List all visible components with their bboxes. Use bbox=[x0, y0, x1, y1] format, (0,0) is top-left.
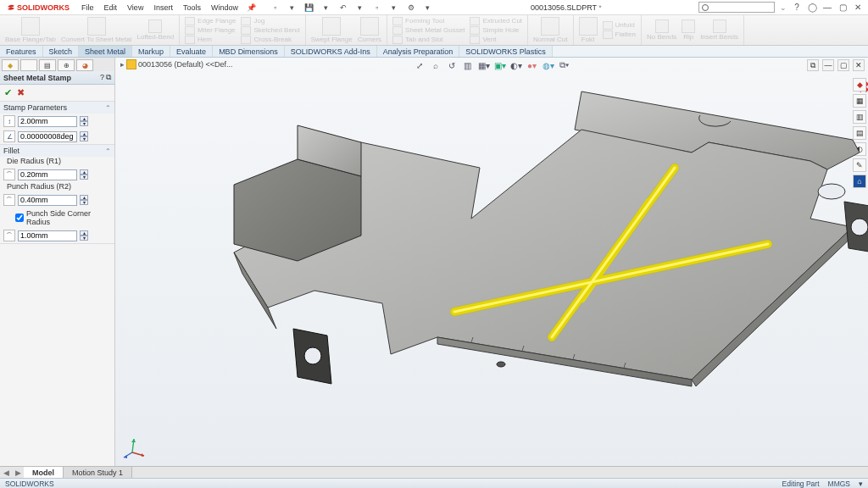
search-input[interactable] bbox=[711, 3, 762, 11]
zoom-area-icon[interactable]: ⌕ bbox=[430, 59, 442, 71]
cmd-tab-slot[interactable]: Tab and Slot bbox=[392, 36, 465, 44]
cmd-no-bends[interactable]: No Bends bbox=[647, 19, 676, 41]
vp-max-icon[interactable]: ▢ bbox=[837, 59, 849, 71]
cmd-edge-flange[interactable]: Edge Flange bbox=[185, 17, 236, 25]
cmd-jog[interactable]: Jog bbox=[241, 17, 299, 25]
zoom-fit-icon[interactable]: ⤢ bbox=[414, 59, 426, 71]
search-box[interactable] bbox=[698, 2, 775, 13]
section-view-icon[interactable]: ▥ bbox=[462, 59, 474, 71]
property-manager-icon[interactable] bbox=[20, 59, 37, 71]
tab-features[interactable]: Features bbox=[0, 46, 43, 57]
corner-radius-checkbox[interactable] bbox=[15, 214, 24, 222]
cmd-simple-hole[interactable]: Simple Hole bbox=[470, 26, 522, 35]
cmd-lofted-bend[interactable]: Lofted-Bend bbox=[137, 19, 175, 41]
cmd-convert-sheet-metal[interactable]: Convert To Sheet Metal bbox=[61, 17, 131, 43]
feature-tree-flyout[interactable]: ▸ 00013056 (Default) <<Def... bbox=[120, 59, 233, 69]
qat-more-icon[interactable]: ▾ bbox=[422, 2, 434, 14]
tab-scroll-left-icon[interactable]: ◀ bbox=[0, 467, 12, 478]
tab-sketch[interactable]: Sketch bbox=[43, 46, 80, 57]
collapse-icon[interactable]: ⌃ bbox=[105, 104, 111, 112]
qat-open-icon[interactable]: ▾ bbox=[287, 2, 298, 14]
configuration-manager-icon[interactable]: ▤ bbox=[39, 59, 56, 71]
qat-print-icon[interactable]: ▾ bbox=[320, 2, 332, 14]
feature-manager-icon[interactable]: ◆ bbox=[2, 59, 19, 71]
close-icon[interactable]: ✕ bbox=[851, 2, 865, 14]
cmd-extruded-cut[interactable]: Extruded Cut bbox=[470, 17, 522, 25]
maximize-icon[interactable]: ▢ bbox=[836, 2, 849, 14]
orientation-triad[interactable] bbox=[122, 434, 147, 459]
cmd-swept-flange[interactable]: Swept Flange bbox=[311, 17, 353, 43]
help-icon[interactable]: ? bbox=[790, 2, 804, 14]
tab-analysis-prep[interactable]: Analysis Preparation bbox=[377, 46, 460, 57]
vp-link-icon[interactable]: ⧉ bbox=[807, 59, 819, 71]
cmd-miter-flange[interactable]: Miter Flange bbox=[185, 26, 236, 35]
qat-new-icon[interactable]: ▫ bbox=[270, 2, 281, 14]
die-radius-input[interactable] bbox=[18, 169, 77, 180]
menu-edit[interactable]: Edit bbox=[99, 3, 123, 12]
depth-input[interactable] bbox=[18, 116, 77, 127]
cmd-hem[interactable]: Hem bbox=[185, 36, 236, 44]
tab-scroll-right-icon[interactable]: ▶ bbox=[12, 467, 24, 478]
menu-file[interactable]: File bbox=[76, 3, 99, 12]
pm-help-icon[interactable]: ? bbox=[100, 73, 104, 82]
qat-save-icon[interactable]: 💾 bbox=[303, 2, 315, 14]
cmd-vent[interactable]: Vent bbox=[470, 36, 522, 44]
cmd-insert-bends[interactable]: Insert Bends bbox=[700, 19, 738, 41]
hide-show-icon[interactable]: ◐▾ bbox=[510, 59, 522, 71]
tab-plastics[interactable]: SOLIDWORKS Plastics bbox=[459, 46, 553, 57]
graphics-viewport[interactable]: ▸ 00013056 (Default) <<Def... ⤢ ⌕ ↺ ▥ ▦▾… bbox=[115, 58, 868, 466]
ok-button[interactable]: ✔ bbox=[4, 87, 12, 98]
vp-close-icon[interactable]: ✕ bbox=[853, 59, 865, 71]
cmd-corners[interactable]: Corners bbox=[358, 17, 381, 43]
status-customize-icon[interactable]: ▾ bbox=[859, 480, 863, 488]
tab-mbd[interactable]: MBD Dimensions bbox=[213, 46, 285, 57]
view-orient-icon[interactable]: ▦▾ bbox=[478, 59, 490, 71]
angle-spinner[interactable]: ▴▾ bbox=[80, 131, 88, 141]
menu-pin-icon[interactable]: 📌 bbox=[243, 3, 259, 12]
menu-window[interactable]: Window bbox=[206, 3, 243, 12]
punch-radius-spinner[interactable]: ▴▾ bbox=[80, 195, 88, 205]
status-units[interactable]: MMGS bbox=[828, 480, 850, 488]
corner-radius-spinner[interactable]: ▴▾ bbox=[80, 230, 88, 241]
display-manager-icon[interactable]: ◕ bbox=[76, 59, 93, 71]
cmd-base-flange[interactable]: Base Flange/Tab bbox=[5, 17, 56, 43]
view-settings-icon[interactable]: ⧉▾ bbox=[559, 59, 570, 71]
cancel-button[interactable]: ✖ bbox=[17, 87, 25, 98]
qat-options-icon[interactable]: ⚙ bbox=[405, 2, 417, 14]
edit-appearance-icon[interactable]: ●▾ bbox=[526, 59, 538, 71]
menu-view[interactable]: View bbox=[122, 3, 148, 12]
tab-motion-study[interactable]: Motion Study 1 bbox=[64, 467, 132, 478]
pm-pushpin-icon[interactable]: ⧉ bbox=[106, 73, 111, 82]
prev-view-icon[interactable]: ↺ bbox=[446, 59, 458, 71]
cmd-rip[interactable]: Rip bbox=[682, 19, 695, 41]
display-style-icon[interactable]: ▣▾ bbox=[494, 59, 506, 71]
dimxpert-manager-icon[interactable]: ⊕ bbox=[58, 59, 75, 71]
tab-model[interactable]: Model bbox=[24, 467, 64, 478]
cmd-normal-cut[interactable]: Normal Cut bbox=[533, 17, 567, 43]
cmd-unfold[interactable]: Unfold bbox=[603, 21, 636, 30]
depth-spinner[interactable]: ▴▾ bbox=[80, 116, 88, 126]
search-dropdown-icon[interactable]: ⌄ bbox=[780, 3, 787, 12]
cmd-gusset[interactable]: Sheet Metal Gusset bbox=[392, 26, 465, 35]
menu-tools[interactable]: Tools bbox=[178, 3, 206, 12]
qat-rebuild-icon[interactable]: ▾ bbox=[388, 2, 400, 14]
corner-radius-input[interactable] bbox=[18, 230, 77, 241]
minimize-icon[interactable]: — bbox=[821, 2, 834, 14]
qat-select-icon[interactable]: ▫ bbox=[371, 2, 383, 14]
apply-scene-icon[interactable]: ◍▾ bbox=[542, 59, 554, 71]
cmd-sketched-bend[interactable]: Sketched Bend bbox=[241, 26, 299, 35]
cmd-flatten[interactable]: Flatten bbox=[603, 30, 636, 39]
tab-markup[interactable]: Markup bbox=[132, 46, 170, 57]
tab-evaluate[interactable]: Evaluate bbox=[170, 46, 213, 57]
vp-min-icon[interactable]: — bbox=[822, 59, 834, 71]
collapse-icon[interactable]: ⌃ bbox=[105, 147, 111, 155]
cmd-cross-break[interactable]: Cross-Break bbox=[241, 36, 299, 44]
angle-input[interactable] bbox=[18, 131, 77, 142]
die-radius-spinner[interactable]: ▴▾ bbox=[80, 169, 88, 180]
user-icon[interactable]: ◯ bbox=[805, 2, 819, 14]
cmd-forming-tool[interactable]: Forming Tool bbox=[392, 17, 465, 25]
tab-sheet-metal[interactable]: Sheet Metal bbox=[79, 46, 132, 57]
qat-undo-icon[interactable]: ↶ bbox=[337, 2, 349, 14]
cmd-fold[interactable]: Fold bbox=[579, 17, 598, 43]
menu-insert[interactable]: Insert bbox=[148, 3, 178, 12]
